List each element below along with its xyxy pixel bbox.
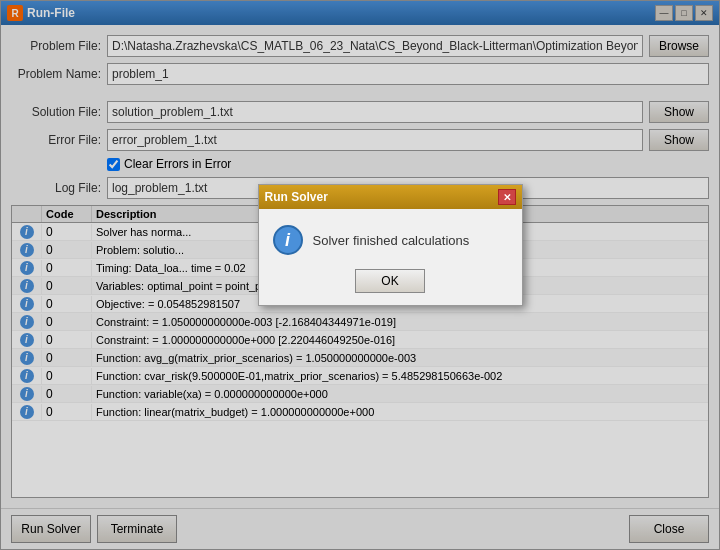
- dialog-message-row: i Solver finished calculations: [273, 225, 508, 255]
- dialog-info-icon: i: [273, 225, 303, 255]
- modal-overlay: Run Solver ✕ i Solver finished calculati…: [0, 0, 720, 550]
- modal-container: Run Solver ✕ i Solver finished calculati…: [258, 184, 523, 306]
- dialog-content: i Solver finished calculations OK: [259, 209, 522, 305]
- dialog-title: Run Solver: [265, 190, 498, 204]
- dialog-ok-button[interactable]: OK: [355, 269, 425, 293]
- dialog-title-bar: Run Solver ✕: [259, 185, 522, 209]
- run-solver-dialog: Run Solver ✕ i Solver finished calculati…: [258, 184, 523, 306]
- dialog-message: Solver finished calculations: [313, 233, 470, 248]
- dialog-close-button[interactable]: ✕: [498, 189, 516, 205]
